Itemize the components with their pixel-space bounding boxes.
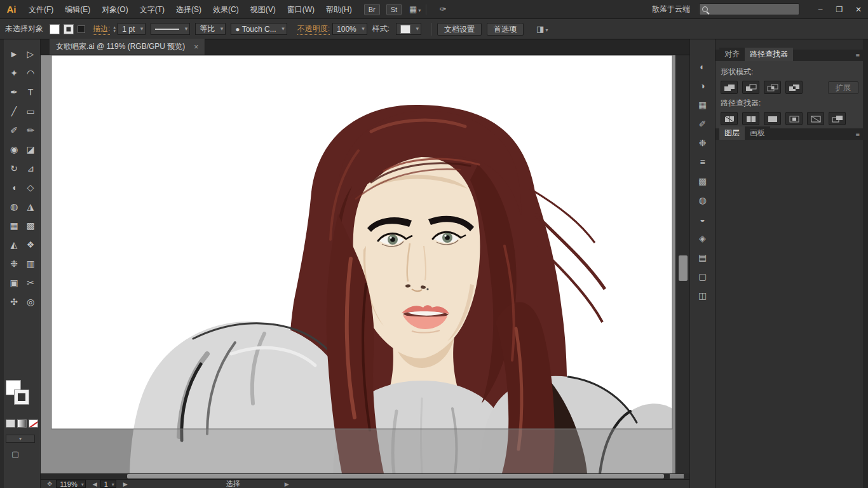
artwork-canvas[interactable] xyxy=(41,55,675,473)
perspective-grid-tool[interactable]: ◮ xyxy=(22,197,39,216)
zoom-select[interactable]: 119% xyxy=(56,480,85,488)
panel-menu-icon[interactable]: ≡ xyxy=(856,128,860,140)
asset-export-panel-icon[interactable]: ◫ xyxy=(698,286,707,305)
artboard-navigation-select[interactable]: 1 xyxy=(100,480,116,488)
outline-button[interactable] xyxy=(807,112,824,125)
stroke-panel-link[interactable]: 描边: xyxy=(93,24,110,35)
scrollbar-end-cap[interactable] xyxy=(670,474,684,478)
tab-layers[interactable]: 图层 xyxy=(719,126,745,140)
merge-button[interactable] xyxy=(764,112,781,125)
expand-button[interactable]: 扩展 xyxy=(828,81,858,94)
slice-tool[interactable]: ✂ xyxy=(22,273,39,292)
paintbrush-tool[interactable]: ✐ xyxy=(6,121,22,140)
vertical-scrollbar[interactable] xyxy=(675,55,689,473)
unite-button[interactable] xyxy=(721,81,738,94)
type-tool[interactable]: T xyxy=(22,83,39,102)
scale-tool[interactable]: ⊿ xyxy=(22,159,39,178)
tab-pathfinder[interactable]: 路径查找器 xyxy=(745,48,793,61)
opacity-select[interactable]: 100% xyxy=(332,23,367,35)
panel-menu-icon[interactable]: ≡ xyxy=(856,50,860,61)
minimize-button[interactable]: – xyxy=(811,0,830,19)
stroke-weight-stepper[interactable]: ▲▼ xyxy=(112,25,116,33)
vertical-scrollbar-thumb[interactable] xyxy=(679,255,688,281)
lasso-tool[interactable]: ◠ xyxy=(22,64,39,83)
previous-artboard-icon[interactable]: ◀ xyxy=(93,481,97,487)
shape-builder-tool[interactable]: ◍ xyxy=(6,197,22,216)
divide-button[interactable] xyxy=(721,112,738,125)
artboards-panel-icon[interactable]: ▢ xyxy=(698,267,707,286)
artboard-tool[interactable]: ▣ xyxy=(6,273,22,292)
layers-panel-icon[interactable]: ▤ xyxy=(698,248,707,267)
pencil-tool[interactable]: ✏ xyxy=(22,121,39,140)
bridge-button[interactable]: Br xyxy=(364,4,380,15)
rotate-tool[interactable]: ↻ xyxy=(6,159,22,178)
arrange-documents-icon[interactable]: ▦▾ xyxy=(409,4,421,14)
gradient-button[interactable] xyxy=(17,419,27,428)
gradient-tool[interactable]: ▩ xyxy=(22,216,39,235)
none-button[interactable] xyxy=(29,419,38,428)
preferences-button[interactable]: 首选项 xyxy=(487,23,524,36)
menu-item[interactable]: 窗口(W) xyxy=(281,0,320,19)
symbols-panel-icon[interactable]: ❉ xyxy=(699,133,707,152)
control-more-icon[interactable]: ◨▾ xyxy=(536,24,548,34)
mesh-tool[interactable]: ▦ xyxy=(6,216,22,235)
tab-align[interactable]: 对齐 xyxy=(719,48,745,61)
crop-button[interactable] xyxy=(785,112,803,125)
pen-tool[interactable]: ✒ xyxy=(6,83,22,102)
horizontal-scrollbar[interactable] xyxy=(41,473,689,479)
style-select[interactable] xyxy=(396,23,421,35)
graphic-styles-panel-icon[interactable]: ◈ xyxy=(699,229,706,248)
stroke-proxy-swatch[interactable] xyxy=(14,390,29,405)
menu-item[interactable]: 效果(C) xyxy=(207,0,245,19)
canvas-viewport[interactable] xyxy=(41,55,675,473)
menu-item[interactable]: 视图(V) xyxy=(245,0,281,19)
intersect-button[interactable] xyxy=(764,81,781,94)
blend-tool[interactable]: ❖ xyxy=(22,235,39,254)
next-artboard-icon[interactable]: ▶ xyxy=(123,481,128,487)
document-tab[interactable]: 女歌唱家.ai @ 119% (RGB/GPU 预览) × xyxy=(50,39,205,55)
status-menu-icon[interactable]: ▶ xyxy=(285,481,289,487)
document-setup-button[interactable]: 文档设置 xyxy=(437,23,482,36)
brushes-panel-icon[interactable]: ✐ xyxy=(699,114,707,133)
menu-item[interactable]: 文字(T) xyxy=(134,0,170,19)
horizontal-scrollbar-thumb[interactable] xyxy=(127,474,664,478)
appearance-panel-icon[interactable]: ◒ xyxy=(700,210,705,229)
trim-button[interactable] xyxy=(742,112,759,125)
search-input[interactable] xyxy=(710,5,796,14)
brush-definition-select[interactable]: ● Touch C... xyxy=(231,23,287,35)
color-button[interactable] xyxy=(6,419,15,428)
screen-mode-icon[interactable]: ▢ xyxy=(11,449,19,459)
transparency-panel-icon[interactable]: ◍ xyxy=(698,191,706,210)
stock-button[interactable]: St xyxy=(386,4,402,15)
menu-item[interactable]: 选择(S) xyxy=(170,0,207,19)
free-transform-tool[interactable]: ◇ xyxy=(22,178,39,197)
app-logo-icon[interactable]: Ai xyxy=(0,4,23,15)
hand-tool[interactable]: ✣ xyxy=(6,292,22,311)
symbol-sprayer-tool[interactable]: ❉ xyxy=(6,254,22,273)
dock-edge-strip[interactable] xyxy=(863,39,868,488)
menu-item[interactable]: 文件(F) xyxy=(23,0,59,19)
minus-front-button[interactable] xyxy=(742,81,759,94)
swatches-panel-icon[interactable]: ▦ xyxy=(698,95,707,114)
touch-workspace-icon[interactable]: ✑ xyxy=(439,4,446,14)
fill-color-swatch[interactable] xyxy=(50,24,60,34)
workspace-switcher[interactable]: 散落于云端 xyxy=(652,4,690,15)
line-segment-tool[interactable]: ╱ xyxy=(6,102,22,121)
drawing-mode-button[interactable]: ▾ xyxy=(6,435,35,443)
direct-selection-tool[interactable]: ▷ xyxy=(22,44,39,64)
selection-tool[interactable]: ► xyxy=(6,44,22,64)
stroke-weight-select[interactable]: 1 pt xyxy=(118,23,146,35)
gradient-panel-icon[interactable]: ▩ xyxy=(698,172,707,191)
exclude-button[interactable] xyxy=(785,81,803,94)
eraser-tool[interactable]: ◪ xyxy=(22,140,39,159)
color-guide-panel-icon[interactable]: ◑ xyxy=(700,76,705,95)
width-profile-select[interactable]: 等比 xyxy=(195,23,226,35)
close-tab-icon[interactable]: × xyxy=(194,43,198,51)
width-tool[interactable]: ◖ xyxy=(6,178,22,197)
rectangle-tool[interactable]: ▭ xyxy=(22,102,39,121)
opacity-panel-link[interactable]: 不透明度: xyxy=(297,24,330,35)
column-graph-tool[interactable]: ▥ xyxy=(22,254,39,273)
restore-button[interactable]: ❐ xyxy=(830,0,849,19)
blob-brush-tool[interactable]: ◉ xyxy=(6,140,22,159)
menu-item[interactable]: 编辑(E) xyxy=(59,0,96,19)
